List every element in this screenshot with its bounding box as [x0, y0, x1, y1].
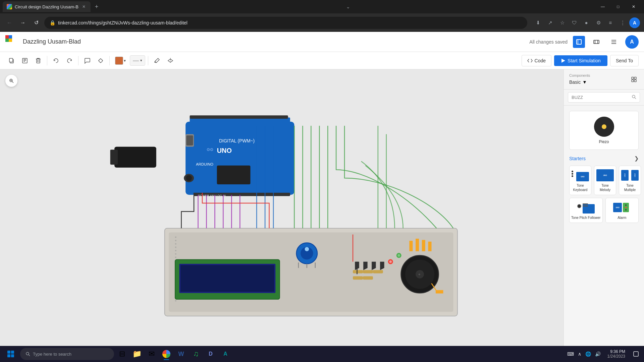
mail-icon: ✉ [149, 350, 155, 358]
tone-pitch-follower-starter[interactable]: Tone Pitch Follower [569, 198, 603, 223]
extension4-icon[interactable]: ≡ [605, 17, 616, 28]
3d-view-btn[interactable] [573, 36, 585, 48]
basic-label: Basic [569, 79, 581, 85]
save-status: All changes saved [529, 39, 568, 45]
taskbar-task-view[interactable]: ⊟ [115, 347, 129, 361]
svg-rect-51 [175, 250, 176, 251]
taskbar-app-word[interactable]: W [174, 347, 188, 361]
alarm-label: Alarm [618, 216, 626, 220]
color-picker[interactable]: ▾ [112, 55, 128, 67]
volume-icon[interactable]: 🔊 [594, 350, 602, 358]
app-container: Dazzling Uusam-Blad All changes saved A [0, 32, 644, 362]
tab-extra-controls: ⌄ [343, 2, 353, 11]
taskbar-app-mail[interactable]: ✉ [145, 347, 158, 361]
start-menu-btn[interactable] [3, 347, 19, 361]
extension3-icon[interactable]: ⚙ [593, 17, 604, 28]
profile-circle[interactable]: A [629, 17, 640, 28]
tone-keyboard-starter[interactable]: UNO Tone Keyboard [569, 166, 591, 195]
svg-rect-14 [37, 59, 40, 63]
svg-point-72 [305, 247, 309, 251]
close-btn[interactable]: ✕ [626, 0, 641, 13]
minimize-btn[interactable]: — [595, 0, 610, 13]
active-tab[interactable]: Circuit design Dazzling Uusam-B ✕ [3, 1, 91, 12]
mirror-btn[interactable] [164, 55, 176, 67]
taskbar-app-chrome[interactable] [160, 347, 173, 361]
taskbar-app-arduino[interactable]: A [219, 347, 232, 361]
taskbar-search-placeholder: Type here to search [33, 352, 71, 357]
svg-rect-9 [9, 58, 13, 62]
maximize-btn[interactable]: □ [610, 0, 626, 13]
extension1-icon[interactable]: 🛡 [569, 17, 580, 28]
url-bar[interactable]: 🔒 tinkercad.com/things/gshtZNiJvWs-dazzl… [44, 17, 527, 29]
show-hidden-icons[interactable]: ∧ [577, 350, 583, 358]
network-icon[interactable]: 🌐 [584, 350, 592, 358]
tone-multiple-starter[interactable]: UNO UNO Tone Multiple [619, 166, 641, 195]
start-simulation-btn[interactable]: Start Simulation [554, 55, 607, 66]
svg-point-99 [632, 95, 635, 98]
clock-display[interactable]: 9:36 PM 1/24/2023 [605, 348, 628, 360]
svg-rect-2 [594, 40, 599, 44]
alarm-starter[interactable]: UNO Alarm [605, 198, 639, 223]
tab-search-btn[interactable]: ⌄ [343, 2, 353, 11]
extension5-icon[interactable]: ⋮ [617, 17, 628, 28]
forward-btn[interactable]: → [17, 17, 28, 28]
svg-rect-29 [114, 147, 156, 168]
input-method-icon[interactable]: ⌨ [566, 350, 575, 358]
svg-line-100 [635, 98, 636, 99]
schematic-view-btn[interactable] [590, 36, 602, 48]
circuit-diagram[interactable]: DIGITAL (PWM~) UNO ⊙⊙ ARDUINO POWER ANAL… [0, 69, 564, 362]
tab-close-btn[interactable]: ✕ [81, 4, 87, 9]
extension2-icon[interactable]: ● [581, 17, 592, 28]
tinkercad-logo[interactable] [5, 35, 19, 49]
taskbar-app-spotify[interactable]: ♫ [189, 347, 203, 361]
svg-rect-92 [416, 239, 419, 251]
svg-point-41 [186, 175, 192, 181]
redo-btn[interactable] [63, 55, 75, 67]
panel-list-view-btn[interactable] [629, 75, 639, 84]
list-view-btn[interactable] [608, 36, 620, 48]
share-icon[interactable]: ↗ [545, 17, 555, 28]
download-icon[interactable]: ⬇ [533, 17, 543, 28]
line-style-picker[interactable]: — ▾ [130, 55, 145, 66]
tone-pitch-label: Tone Pitch Follower [571, 216, 600, 220]
back-btn[interactable]: ← [4, 17, 15, 28]
svg-rect-94 [428, 242, 432, 251]
header-profile[interactable]: A [625, 35, 639, 49]
main-content: DIGITAL (PWM~) UNO ⊙⊙ ARDUINO POWER ANAL… [0, 69, 644, 362]
starters-arrow-icon[interactable]: ❯ [634, 155, 639, 162]
code-btn[interactable]: Code [522, 55, 551, 66]
canvas-area[interactable]: DIGITAL (PWM~) UNO ⊙⊙ ARDUINO POWER ANAL… [0, 69, 564, 362]
undo-btn[interactable] [50, 55, 62, 67]
delete-btn[interactable] [32, 55, 44, 67]
new-tab-btn[interactable]: + [92, 2, 101, 11]
svg-rect-86 [363, 276, 373, 280]
svg-rect-0 [577, 40, 581, 44]
tone-melody-starter[interactable]: UNO Tone Melody [594, 166, 616, 195]
taskbar-app-discord[interactable]: D [204, 347, 217, 361]
notification-btn[interactable] [631, 349, 641, 359]
separator1 [47, 56, 47, 65]
copy-btn[interactable] [5, 55, 17, 67]
taskbar-app-fileexplorer[interactable]: 📁 [130, 347, 144, 361]
send-to-btn[interactable]: Send To [610, 55, 639, 66]
paste-btn[interactable] [19, 55, 31, 67]
browser-chrome: Circuit design Dazzling Uusam-B ✕ + ⌄ — … [0, 0, 644, 32]
separator4 [148, 56, 148, 65]
svg-marker-24 [561, 59, 565, 63]
svg-rect-95 [632, 77, 634, 79]
taskbar-right: ⌨ ∧ 🌐 🔊 9:36 PM 1/24/2023 [566, 348, 641, 360]
svg-text:ARDUINO: ARDUINO [196, 162, 213, 166]
bookmark-icon[interactable]: ☆ [557, 17, 568, 28]
piezo-component[interactable]: Piezo [569, 111, 639, 150]
debug-btn[interactable] [95, 55, 107, 67]
url-text: tinkercad.com/things/gshtZNiJvWs-dazzlin… [58, 20, 522, 25]
components-dropdown[interactable]: Basic ▾ [569, 79, 590, 85]
search-input[interactable] [572, 95, 629, 100]
search-input-wrap[interactable] [568, 92, 640, 103]
comment-btn[interactable] [81, 55, 93, 67]
svg-rect-97 [632, 80, 634, 82]
taskbar-search[interactable]: Type here to search [20, 348, 114, 360]
tone-pitch-image [577, 201, 595, 214]
pencil-btn[interactable] [151, 55, 163, 67]
refresh-btn[interactable]: ↺ [31, 17, 42, 28]
